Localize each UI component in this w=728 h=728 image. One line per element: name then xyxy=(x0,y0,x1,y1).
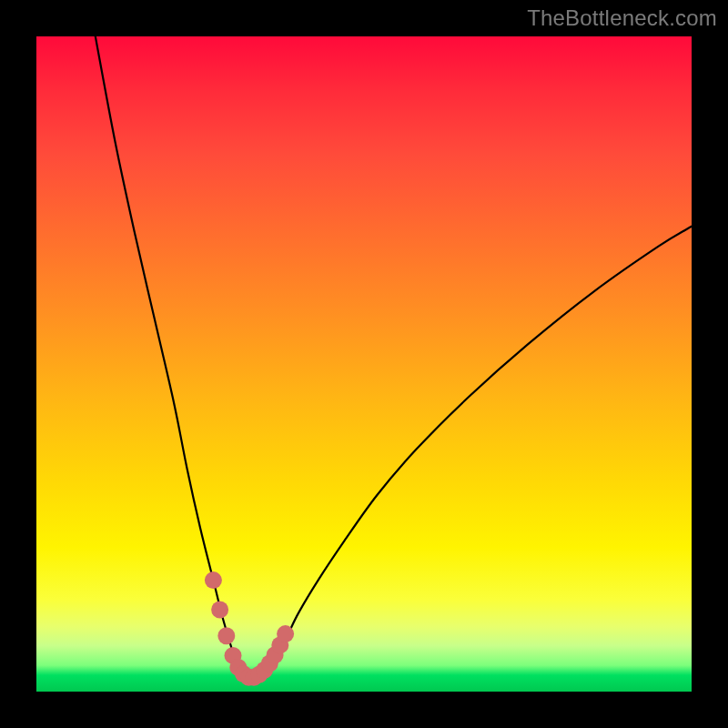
chart-frame: TheBottleneck.com xyxy=(0,0,728,728)
plot-area xyxy=(36,36,692,692)
watermark-text: TheBottleneck.com xyxy=(527,5,717,31)
valley-marker xyxy=(277,625,294,642)
bottleneck-curve xyxy=(96,36,692,679)
valley-marker xyxy=(205,571,222,589)
valley-marker xyxy=(217,627,235,644)
valley-highlight-markers xyxy=(205,571,294,686)
curve-svg xyxy=(36,36,692,692)
valley-marker xyxy=(211,602,228,619)
